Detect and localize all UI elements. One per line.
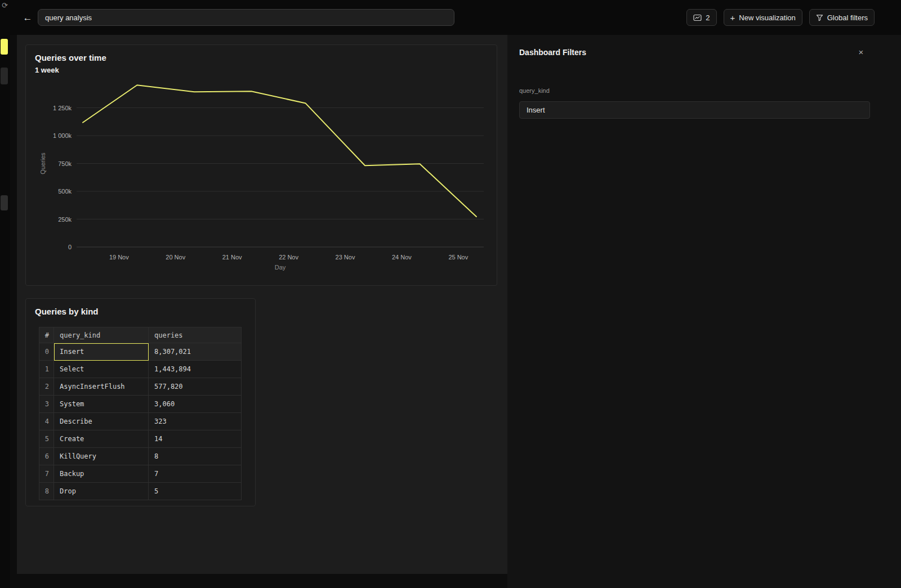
svg-text:25 Nov: 25 Nov — [448, 254, 468, 261]
column-header-index: # — [39, 327, 54, 343]
table-row: 4Describe323 — [39, 413, 242, 430]
cell-query-kind[interactable]: Drop — [54, 483, 149, 500]
global-filters-label: Global filters — [827, 14, 868, 22]
dashboard-filters-panel: Dashboard Filters × query_kind — [507, 35, 901, 588]
cell-queries[interactable]: 7 — [149, 465, 242, 483]
cell-row-index: 8 — [39, 483, 54, 500]
table-row: 2AsyncInsertFlush577,820 — [39, 378, 242, 396]
global-filters-button[interactable]: Global filters — [809, 9, 875, 26]
queries-by-kind-card: Queries by kind # query_kind queries 0In… — [25, 298, 256, 506]
cell-queries[interactable]: 3,060 — [149, 396, 242, 413]
column-header-queries: queries — [149, 327, 242, 343]
sidebar-item[interactable] — [1, 68, 8, 84]
dashboard-canvas: Queries over time 1 week 0250k500k750k1 … — [17, 35, 507, 574]
cell-queries[interactable]: 577,820 — [149, 378, 242, 396]
table-row: 8Drop5 — [39, 483, 242, 500]
close-icon[interactable]: × — [856, 47, 866, 57]
queries-line-chart: 0250k500k750k1 000k1 250k19 Nov20 Nov21 … — [37, 74, 488, 277]
table-row: 7Backup7 — [39, 465, 242, 483]
svg-text:1 000k: 1 000k — [53, 132, 72, 139]
queries-over-time-card: Queries over time 1 week 0250k500k750k1 … — [25, 44, 497, 286]
cell-query-kind[interactable]: Select — [54, 361, 149, 378]
chart-title: Queries over time — [35, 53, 106, 62]
svg-text:21 Nov: 21 Nov — [222, 254, 242, 261]
cell-query-kind[interactable]: System — [54, 396, 149, 413]
svg-text:500k: 500k — [58, 188, 72, 195]
cell-query-kind[interactable]: Backup — [54, 465, 149, 483]
cell-row-index: 5 — [39, 430, 54, 448]
dashboard-title-input[interactable] — [38, 9, 454, 26]
cell-query-kind[interactable]: KillQuery — [54, 448, 149, 465]
cell-row-index: 3 — [39, 396, 54, 413]
svg-text:750k: 750k — [58, 160, 72, 167]
cell-query-kind[interactable]: Insert — [54, 343, 149, 361]
cell-queries[interactable]: 5 — [149, 483, 242, 500]
topbar-actions: 2 + New visualization Global filters — [686, 9, 875, 26]
svg-text:24 Nov: 24 Nov — [392, 254, 412, 261]
svg-text:19 Nov: 19 Nov — [109, 254, 129, 261]
table-row: 1Select1,443,894 — [39, 361, 242, 378]
cell-row-index: 6 — [39, 448, 54, 465]
cell-row-index: 0 — [39, 343, 54, 361]
table-row: 3System3,060 — [39, 396, 242, 413]
panel-count-button[interactable]: 2 — [686, 9, 716, 26]
cell-row-index: 4 — [39, 413, 54, 430]
visualization-panel-icon — [693, 14, 702, 21]
cell-query-kind[interactable]: Create — [54, 430, 149, 448]
table-header-row: # query_kind queries — [39, 327, 242, 343]
cell-query-kind[interactable]: Describe — [54, 413, 149, 430]
filters-panel-title: Dashboard Filters — [519, 48, 586, 57]
column-header-query-kind: query_kind — [54, 327, 149, 343]
refresh-icon[interactable]: ⟳ — [1, 1, 9, 10]
cell-query-kind[interactable]: AsyncInsertFlush — [54, 378, 149, 396]
sidebar-item[interactable] — [1, 195, 8, 210]
table-row: 6KillQuery8 — [39, 448, 242, 465]
funnel-icon — [816, 14, 823, 21]
svg-text:20 Nov: 20 Nov — [166, 254, 185, 261]
svg-text:1 250k: 1 250k — [53, 105, 72, 111]
cell-row-index: 2 — [39, 378, 54, 396]
svg-text:Day: Day — [275, 264, 286, 271]
top-bar: ← 2 + New visualization Global filters — [0, 0, 901, 35]
cell-queries[interactable]: 14 — [149, 430, 242, 448]
svg-text:250k: 250k — [58, 216, 72, 223]
table-row: 5Create14 — [39, 430, 242, 448]
table-row: 0Insert8,307,021 — [39, 343, 242, 361]
back-arrow-icon[interactable]: ← — [21, 12, 34, 24]
cell-queries[interactable]: 1,443,894 — [149, 361, 242, 378]
cell-queries[interactable]: 8 — [149, 448, 242, 465]
queries-table-body: 0Insert8,307,0211Select1,443,8942AsyncIn… — [39, 343, 242, 500]
chart-subtitle: 1 week — [35, 66, 59, 74]
queries-table: # query_kind queries 0Insert8,307,0211Se… — [39, 327, 242, 500]
svg-text:Queries: Queries — [39, 152, 46, 174]
sidebar-item-active[interactable] — [1, 39, 8, 55]
svg-text:0: 0 — [68, 244, 72, 250]
cell-queries[interactable]: 323 — [149, 413, 242, 430]
cell-row-index: 7 — [39, 465, 54, 483]
new-visualization-button[interactable]: + New visualization — [724, 9, 802, 26]
new-visualization-label: New visualization — [739, 14, 795, 22]
filter-field-label: query_kind — [519, 87, 550, 94]
svg-text:22 Nov: 22 Nov — [279, 254, 298, 261]
svg-text:23 Nov: 23 Nov — [336, 254, 355, 261]
cell-queries[interactable]: 8,307,021 — [149, 343, 242, 361]
cell-row-index: 1 — [39, 361, 54, 378]
query-kind-filter-input[interactable] — [519, 101, 870, 119]
plus-icon: + — [730, 13, 735, 23]
table-title: Queries by kind — [35, 307, 99, 316]
panel-count-label: 2 — [706, 14, 710, 22]
left-sidebar-rail: ⟳ — [0, 0, 10, 588]
